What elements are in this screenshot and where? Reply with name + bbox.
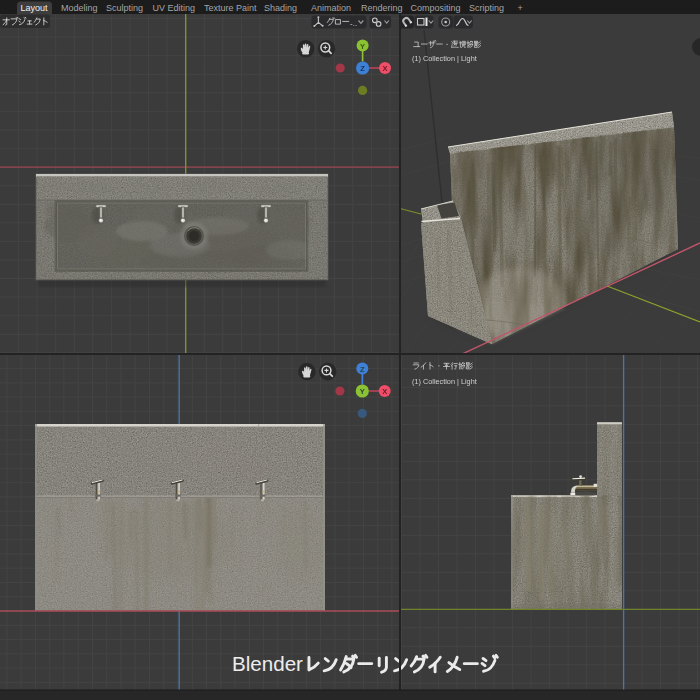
svg-text:Texture Paint: Texture Paint	[204, 3, 257, 13]
svg-text:-..: -..	[350, 19, 357, 28]
svg-text:Modeling: Modeling	[61, 3, 98, 13]
svg-text:Blender: Blender	[232, 652, 303, 675]
svg-text:Y: Y	[360, 387, 365, 396]
svg-text:(1) Collection | Light: (1) Collection | Light	[412, 54, 477, 63]
svg-text:Compositing: Compositing	[411, 3, 461, 13]
svg-text:+: +	[518, 3, 523, 13]
svg-text:Z: Z	[360, 64, 365, 73]
svg-text:Rendering: Rendering	[361, 3, 403, 13]
svg-text:Scripting: Scripting	[469, 3, 504, 13]
svg-text:Y: Y	[360, 42, 365, 51]
svg-text:Animation: Animation	[311, 3, 351, 13]
svg-text:X: X	[382, 64, 387, 73]
svg-text:UV Editing: UV Editing	[153, 3, 196, 13]
svg-text:Sculpting: Sculpting	[106, 3, 143, 13]
svg-text:(1) Collection | Light: (1) Collection | Light	[412, 377, 477, 386]
svg-text:X: X	[382, 387, 387, 396]
svg-text:Shading: Shading	[264, 3, 297, 13]
svg-text:Layout: Layout	[21, 3, 49, 13]
svg-text:Z: Z	[360, 365, 365, 374]
